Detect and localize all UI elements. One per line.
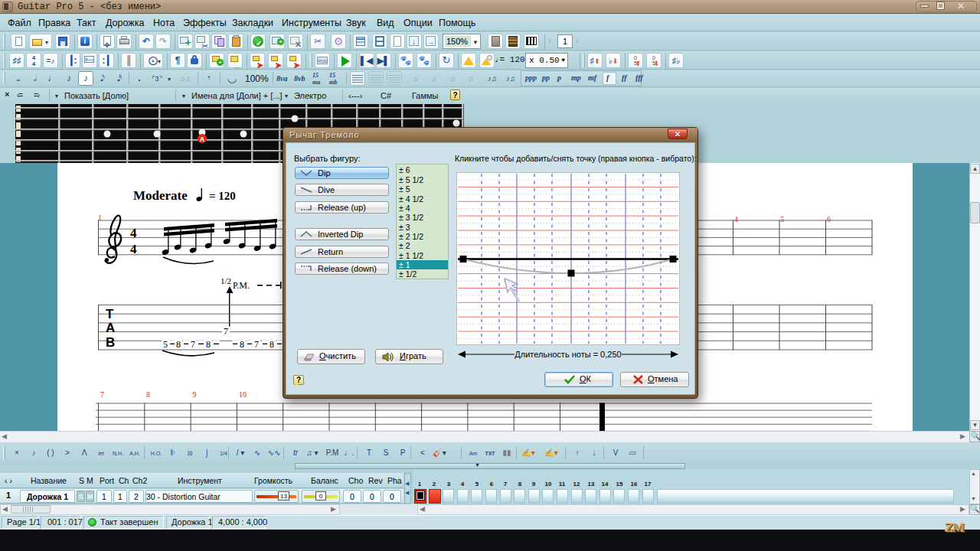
svg-text:8: 8: [206, 339, 211, 350]
svg-text:4: 4: [734, 215, 738, 223]
svg-text:5: 5: [163, 339, 168, 350]
svg-text:7: 7: [100, 390, 104, 399]
svg-text:B: B: [106, 335, 115, 350]
svg-text:8: 8: [240, 339, 244, 350]
svg-text:Moderate: Moderate: [133, 188, 188, 203]
svg-text:8: 8: [270, 339, 274, 350]
svg-text:T: T: [106, 307, 114, 321]
svg-text:Длительность ноты = 0,250: Длительность ноты = 0,250: [514, 350, 621, 359]
svg-text:= 120: = 120: [209, 190, 236, 202]
svg-text:4: 4: [130, 242, 137, 256]
svg-text:1/2: 1/2: [220, 276, 231, 285]
svg-text:8: 8: [176, 339, 181, 350]
svg-text:4: 4: [130, 226, 137, 240]
svg-text:5: 5: [781, 215, 785, 223]
svg-text:7: 7: [254, 339, 259, 350]
svg-text:A: A: [106, 321, 115, 335]
svg-text:10: 10: [239, 390, 247, 399]
svg-text:9: 9: [193, 390, 197, 399]
svg-text:P.M.: P.M.: [233, 280, 250, 291]
svg-text:6: 6: [827, 215, 831, 223]
svg-text:7: 7: [191, 339, 195, 350]
svg-text:7: 7: [224, 326, 228, 337]
svg-text:8: 8: [146, 390, 150, 399]
